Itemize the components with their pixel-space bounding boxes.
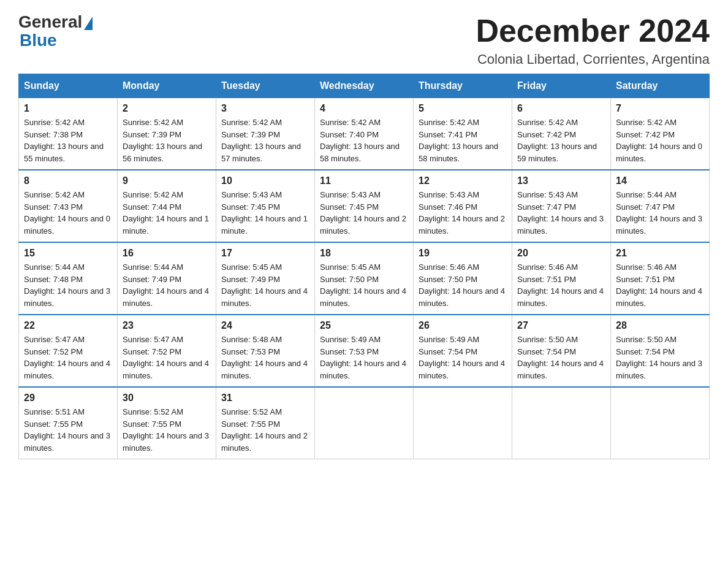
- calendar-cell: 23Sunrise: 5:47 AMSunset: 7:52 PMDayligh…: [118, 315, 216, 387]
- day-info: Sunrise: 5:50 AMSunset: 7:54 PMDaylight:…: [517, 334, 605, 381]
- calendar-cell: 29Sunrise: 5:51 AMSunset: 7:55 PMDayligh…: [19, 387, 118, 459]
- daylight-info: Daylight: 14 hours and 4 minutes.: [419, 286, 505, 308]
- day-info: Sunrise: 5:51 AMSunset: 7:55 PMDaylight:…: [24, 406, 112, 454]
- calendar-cell: 9Sunrise: 5:42 AMSunset: 7:44 PMDaylight…: [118, 170, 216, 242]
- day-info: Sunrise: 5:42 AMSunset: 7:42 PMDaylight:…: [616, 117, 704, 164]
- daylight-info: Daylight: 13 hours and 58 minutes.: [419, 142, 498, 163]
- day-info: Sunrise: 5:46 AMSunset: 7:51 PMDaylight:…: [616, 261, 704, 309]
- daylight-info: Daylight: 14 hours and 4 minutes.: [221, 359, 308, 380]
- calendar-cell: 31Sunrise: 5:52 AMSunset: 7:55 PMDayligh…: [216, 387, 315, 459]
- title-block: December 2024 Colonia Libertad, Corrient…: [476, 12, 710, 67]
- sunrise-info: Sunrise: 5:42 AM: [24, 118, 85, 127]
- calendar-cell: [512, 387, 611, 459]
- sunrise-info: Sunrise: 5:42 AM: [24, 190, 85, 199]
- daylight-info: Daylight: 14 hours and 2 minutes.: [419, 214, 505, 236]
- calendar-cell: 27Sunrise: 5:50 AMSunset: 7:54 PMDayligh…: [512, 315, 611, 387]
- day-number: 26: [419, 320, 507, 331]
- sunrise-info: Sunrise: 5:50 AM: [517, 335, 578, 344]
- sunrise-info: Sunrise: 5:45 AM: [221, 262, 282, 272]
- sunrise-info: Sunrise: 5:47 AM: [24, 335, 85, 344]
- day-info: Sunrise: 5:43 AMSunset: 7:45 PMDaylight:…: [320, 189, 408, 237]
- sunset-info: Sunset: 7:51 PM: [616, 275, 675, 284]
- logo: General Blue: [18, 12, 93, 50]
- daylight-info: Daylight: 14 hours and 0 minutes.: [24, 214, 110, 236]
- daylight-info: Daylight: 14 hours and 2 minutes.: [320, 214, 406, 236]
- calendar-cell: 18Sunrise: 5:45 AMSunset: 7:50 PMDayligh…: [315, 242, 414, 315]
- sunset-info: Sunset: 7:55 PM: [123, 419, 181, 429]
- calendar-cell: 10Sunrise: 5:43 AMSunset: 7:45 PMDayligh…: [216, 170, 315, 242]
- day-info: Sunrise: 5:42 AMSunset: 7:39 PMDaylight:…: [221, 117, 309, 164]
- sunset-info: Sunset: 7:47 PM: [616, 202, 675, 212]
- daylight-info: Daylight: 14 hours and 4 minutes.: [24, 359, 110, 380]
- sunset-info: Sunset: 7:52 PM: [24, 347, 83, 356]
- daylight-info: Daylight: 13 hours and 56 minutes.: [123, 142, 202, 163]
- daylight-info: Daylight: 14 hours and 3 minutes.: [123, 431, 209, 453]
- sunset-info: Sunset: 7:49 PM: [123, 275, 181, 284]
- day-info: Sunrise: 5:42 AMSunset: 7:39 PMDaylight:…: [123, 117, 211, 164]
- daylight-info: Daylight: 14 hours and 3 minutes.: [24, 286, 110, 308]
- day-info: Sunrise: 5:42 AMSunset: 7:41 PMDaylight:…: [419, 117, 507, 164]
- sunrise-info: Sunrise: 5:47 AM: [123, 335, 183, 344]
- day-info: Sunrise: 5:44 AMSunset: 7:48 PMDaylight:…: [24, 261, 112, 309]
- sunrise-info: Sunrise: 5:43 AM: [221, 190, 282, 199]
- daylight-info: Daylight: 14 hours and 4 minutes.: [123, 286, 209, 308]
- sunset-info: Sunset: 7:54 PM: [419, 347, 477, 356]
- daylight-info: Daylight: 14 hours and 3 minutes.: [517, 214, 604, 236]
- day-info: Sunrise: 5:42 AMSunset: 7:44 PMDaylight:…: [123, 189, 211, 237]
- sunrise-info: Sunrise: 5:46 AM: [419, 262, 479, 272]
- calendar-cell: 16Sunrise: 5:44 AMSunset: 7:49 PMDayligh…: [118, 242, 216, 315]
- sunset-info: Sunset: 7:48 PM: [24, 275, 83, 284]
- header-sunday: Sunday: [19, 74, 118, 98]
- day-number: 28: [616, 320, 704, 331]
- daylight-info: Daylight: 13 hours and 55 minutes.: [24, 142, 104, 163]
- daylight-info: Daylight: 14 hours and 2 minutes.: [221, 431, 308, 453]
- sunrise-info: Sunrise: 5:42 AM: [616, 118, 677, 127]
- calendar-cell: 11Sunrise: 5:43 AMSunset: 7:45 PMDayligh…: [315, 170, 414, 242]
- day-info: Sunrise: 5:42 AMSunset: 7:42 PMDaylight:…: [517, 117, 605, 164]
- sunset-info: Sunset: 7:50 PM: [320, 275, 379, 284]
- day-number: 20: [517, 248, 605, 259]
- logo-blue: Blue: [18, 31, 57, 50]
- calendar-cell: 15Sunrise: 5:44 AMSunset: 7:48 PMDayligh…: [19, 242, 118, 315]
- day-number: 19: [419, 248, 507, 259]
- header-monday: Monday: [118, 74, 216, 98]
- calendar-cell: 24Sunrise: 5:48 AMSunset: 7:53 PMDayligh…: [216, 315, 315, 387]
- sunrise-info: Sunrise: 5:44 AM: [616, 190, 677, 199]
- day-number: 13: [517, 175, 605, 186]
- sunrise-info: Sunrise: 5:42 AM: [419, 118, 479, 127]
- daylight-info: Daylight: 14 hours and 3 minutes.: [24, 431, 110, 453]
- day-number: 16: [123, 248, 211, 259]
- sunrise-info: Sunrise: 5:43 AM: [419, 190, 479, 199]
- daylight-info: Daylight: 14 hours and 1 minute.: [123, 214, 209, 236]
- week-row-1: 1Sunrise: 5:42 AMSunset: 7:38 PMDaylight…: [19, 98, 710, 170]
- daylight-info: Daylight: 14 hours and 0 minutes.: [616, 142, 702, 163]
- sunset-info: Sunset: 7:38 PM: [24, 130, 83, 139]
- calendar-cell: 17Sunrise: 5:45 AMSunset: 7:49 PMDayligh…: [216, 242, 315, 315]
- header-saturday: Saturday: [611, 74, 710, 98]
- calendar-cell: [414, 387, 512, 459]
- sunset-info: Sunset: 7:42 PM: [517, 130, 576, 139]
- sunset-info: Sunset: 7:53 PM: [221, 347, 280, 356]
- calendar-cell: 14Sunrise: 5:44 AMSunset: 7:47 PMDayligh…: [611, 170, 710, 242]
- sunrise-info: Sunrise: 5:43 AM: [517, 190, 578, 199]
- sunrise-info: Sunrise: 5:42 AM: [320, 118, 381, 127]
- day-number: 1: [24, 103, 112, 114]
- day-number: 3: [221, 103, 309, 114]
- day-info: Sunrise: 5:44 AMSunset: 7:49 PMDaylight:…: [123, 261, 211, 309]
- week-row-2: 8Sunrise: 5:42 AMSunset: 7:43 PMDaylight…: [19, 170, 710, 242]
- sunrise-info: Sunrise: 5:42 AM: [517, 118, 578, 127]
- calendar-cell: 6Sunrise: 5:42 AMSunset: 7:42 PMDaylight…: [512, 98, 611, 170]
- day-info: Sunrise: 5:49 AMSunset: 7:53 PMDaylight:…: [320, 334, 408, 381]
- sunrise-info: Sunrise: 5:42 AM: [123, 190, 183, 199]
- sunrise-info: Sunrise: 5:52 AM: [123, 407, 183, 416]
- logo-triangle-icon: [84, 17, 93, 30]
- location-subtitle: Colonia Libertad, Corrientes, Argentina: [476, 52, 710, 67]
- day-number: 23: [123, 320, 211, 331]
- sunrise-info: Sunrise: 5:50 AM: [616, 335, 677, 344]
- header-tuesday: Tuesday: [216, 74, 315, 98]
- sunset-info: Sunset: 7:41 PM: [419, 130, 477, 139]
- logo-general: General: [18, 12, 82, 32]
- daylight-info: Daylight: 14 hours and 4 minutes.: [320, 286, 406, 308]
- day-info: Sunrise: 5:44 AMSunset: 7:47 PMDaylight:…: [616, 189, 704, 237]
- daylight-info: Daylight: 14 hours and 4 minutes.: [221, 286, 308, 308]
